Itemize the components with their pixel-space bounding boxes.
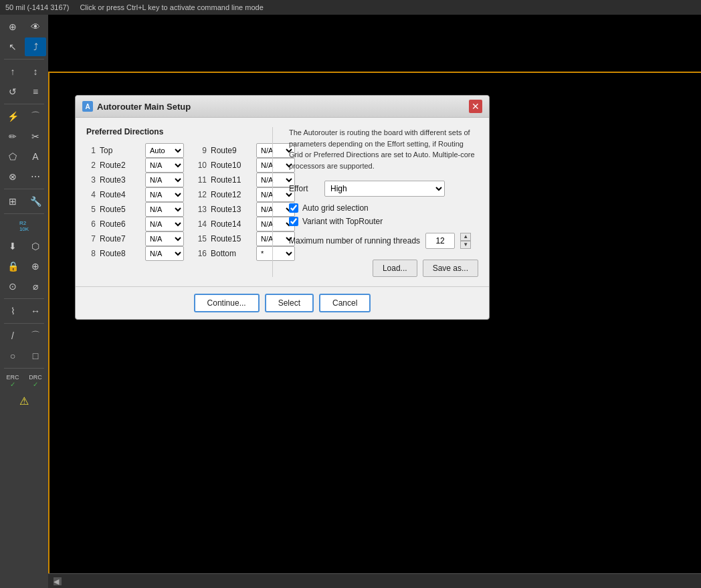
dialog-right-panel: The Autorouter is routing the board with… <box>278 127 478 277</box>
pref-dir-row-4: 4 Route4 N/AAutoHorizontalVertical <box>86 187 184 202</box>
dialog-title-icon: A <box>82 101 93 112</box>
effort-select[interactable]: High Medium Low <box>324 181 445 197</box>
pref-dir-grid: 1 Top AutoN/AHorizontalVertical 2 Route2 <box>86 143 267 261</box>
pref-dir-col-left: 1 Top AutoN/AHorizontalVertical 2 Route2 <box>86 143 184 261</box>
view-icon[interactable]: 👁 <box>25 17 46 36</box>
threads-label: Maximum number of running threads <box>289 236 420 246</box>
circle-icon[interactable]: ○ <box>2 347 23 365</box>
auto-grid-checkbox[interactable] <box>289 203 298 213</box>
dialog-title-text: Autorouter Main Setup <box>97 102 191 112</box>
pref-dir-row-5: 5 Route5 N/AAutoHorizontalVertical <box>86 202 184 217</box>
continue-button[interactable]: Continue... <box>194 294 260 312</box>
effort-label: Effort <box>289 184 319 193</box>
load-save-row: Load... Save as... <box>289 260 478 277</box>
pref-dir-row-1: 1 Top AutoN/AHorizontalVertical <box>86 143 184 158</box>
arc-icon[interactable]: ⌒ <box>25 107 46 126</box>
threads-row: Maximum number of running threads ▲ ▼ <box>289 233 478 249</box>
pref-dir-select-6[interactable]: N/AAutoHorizontalVertical <box>145 217 184 231</box>
hint-text: Click or press Ctrl+L key to activate co… <box>80 3 263 11</box>
hex-icon[interactable]: ⬡ <box>25 237 46 256</box>
slash-icon[interactable]: / <box>2 326 23 345</box>
pref-dir-select-8[interactable]: N/AAutoHorizontalVertical <box>145 246 184 261</box>
variant-top-router-label: Variant with TopRouter <box>302 217 383 226</box>
arrow-up-icon[interactable]: ↑ <box>2 62 23 81</box>
grid-icon[interactable]: ⊞ <box>2 192 23 211</box>
dialog-title: A Autorouter Main Setup <box>82 101 191 112</box>
drc-button[interactable]: DRC ✓ <box>25 371 46 390</box>
left-toolbar: ⊕ 👁 ↖ ⤴ ↑ ↕ ↺ ≡ ⚡ ⌒ ✏ ✂ ⬠ A ⊗ ⋯ ⊞ 🔧 R210… <box>0 15 48 588</box>
dots-icon[interactable]: ⋯ <box>25 167 46 186</box>
select-button[interactable]: Select <box>265 294 314 312</box>
drc-label: DRC <box>29 374 42 381</box>
autorouter-dialog: A Autorouter Main Setup ✕ Preferred Dire… <box>75 95 490 320</box>
top-bar: 50 mil (-1414 3167) Click or press Ctrl+… <box>0 0 701 15</box>
threads-increment-button[interactable]: ▲ <box>460 233 471 241</box>
pref-directions-title: Preferred Directions <box>86 127 267 136</box>
pref-directions-panel: Preferred Directions 1 Top AutoN/AHorizo… <box>86 127 267 277</box>
spinner-buttons: ▲ ▼ <box>460 233 471 249</box>
arrow-vert-icon[interactable]: ↕ <box>25 62 46 81</box>
cut-icon[interactable]: ✂ <box>25 127 46 146</box>
col-divider <box>272 127 273 277</box>
wave-icon[interactable]: ⌇ <box>2 302 23 320</box>
effort-row: Effort High Medium Low <box>289 181 478 197</box>
save-as-button[interactable]: Save as... <box>423 260 478 277</box>
warning-icon[interactable]: ⚠ <box>13 391 35 410</box>
pref-dir-select-3[interactable]: N/AAutoHorizontalVertical <box>145 173 184 187</box>
auto-grid-label: Auto grid selection <box>302 203 369 213</box>
length-icon[interactable]: ↔ <box>25 302 46 320</box>
pref-dir-select-4[interactable]: N/AAutoHorizontalVertical <box>145 187 184 202</box>
edit-icon[interactable]: ✏ <box>2 127 23 146</box>
cancel-button[interactable]: Cancel <box>319 294 371 312</box>
dialog-titlebar: A Autorouter Main Setup ✕ <box>76 96 489 118</box>
place-icon[interactable]: ⬇ <box>2 237 23 256</box>
scroll-left-button[interactable]: ◀ <box>54 577 62 585</box>
variant-top-router-row: Variant with TopRouter <box>289 217 478 226</box>
coordinates: 50 mil (-1414 3167) <box>5 3 69 11</box>
pref-dir-select-2[interactable]: N/AAutoHorizontalVertical <box>145 158 184 173</box>
tool-icon[interactable]: 🔧 <box>25 192 46 211</box>
erc-button[interactable]: ERC ✓ <box>2 371 23 390</box>
auto-grid-row: Auto grid selection <box>289 203 478 213</box>
pref-dir-row-6: 6 Route6 N/AAutoHorizontalVertical <box>86 217 184 231</box>
pref-dir-select-5[interactable]: N/AAutoHorizontalVertical <box>145 202 184 217</box>
route-icon[interactable]: ⤴ <box>25 37 46 56</box>
dialog-body: Preferred Directions 1 Top AutoN/AHorizo… <box>76 118 489 286</box>
connect-icon[interactable]: ⊗ <box>2 167 23 186</box>
bottom-bar: ◀ <box>48 573 701 588</box>
dialog-columns: Preferred Directions 1 Top AutoN/AHorizo… <box>86 127 478 277</box>
threads-input[interactable] <box>425 233 455 249</box>
pointer-icon[interactable]: ↖ <box>2 37 23 56</box>
info-text: The Autorouter is routing the board with… <box>289 127 478 171</box>
r2-label: R210K <box>19 220 29 232</box>
add-icon[interactable]: ⊕ <box>25 257 46 276</box>
lines-icon[interactable]: ≡ <box>25 82 46 101</box>
via-icon[interactable]: ⊙ <box>2 277 23 296</box>
undo-icon[interactable]: ↺ <box>2 82 23 101</box>
variant-top-router-checkbox[interactable] <box>289 217 298 226</box>
pad-icon[interactable]: ⌀ <box>25 277 46 296</box>
pref-dir-row-8: 8 Route8 N/AAutoHorizontalVertical <box>86 246 184 261</box>
load-button[interactable]: Load... <box>373 260 417 277</box>
resistor-icon[interactable]: R210K <box>7 217 41 235</box>
dialog-footer: Continue... Select Cancel <box>76 286 489 319</box>
lock-icon[interactable]: 🔒 <box>2 257 23 276</box>
info-icon[interactable]: ⊕ <box>2 17 23 36</box>
square-icon[interactable]: □ <box>25 347 46 365</box>
pref-dir-select-7[interactable]: N/AAutoHorizontalVertical <box>145 231 184 246</box>
pref-dir-row-2: 2 Route2 N/AAutoHorizontalVertical <box>86 158 184 173</box>
threads-decrement-button[interactable]: ▼ <box>460 241 471 249</box>
close-button[interactable]: ✕ <box>469 100 482 113</box>
erc-label: ERC <box>6 374 19 381</box>
arc2-icon[interactable]: ⌒ <box>25 326 46 345</box>
dialog-overlay: A Autorouter Main Setup ✕ Preferred Dire… <box>48 15 701 573</box>
pref-dir-select-1[interactable]: AutoN/AHorizontalVertical <box>145 143 184 158</box>
pref-dir-row-7: 7 Route7 N/AAutoHorizontalVertical <box>86 231 184 246</box>
erc-status: ✓ <box>10 381 15 388</box>
text-icon[interactable]: A <box>25 147 46 166</box>
signal-icon[interactable]: ⚡ <box>2 107 23 126</box>
pref-dir-row-3: 3 Route3 N/AAutoHorizontalVertical <box>86 173 184 187</box>
drc-status: ✓ <box>33 381 38 388</box>
poly-icon[interactable]: ⬠ <box>2 147 23 166</box>
